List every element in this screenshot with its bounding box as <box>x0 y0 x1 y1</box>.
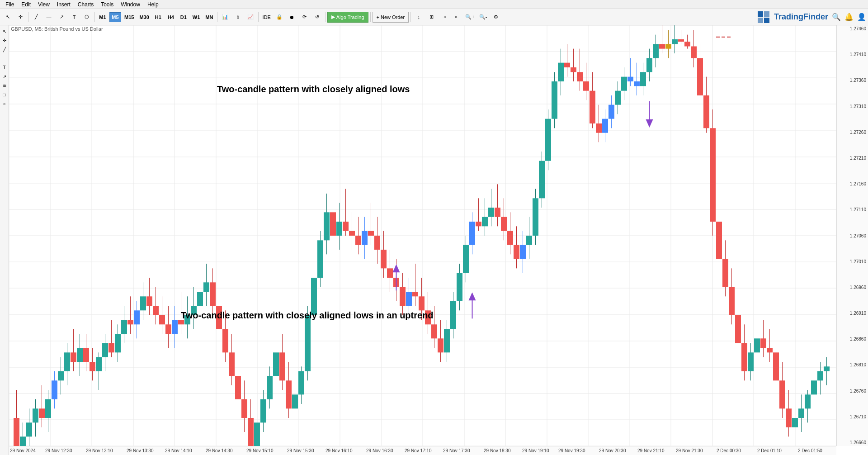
chart-type-line[interactable]: 📈 <box>245 11 256 23</box>
hline-tool[interactable]: — <box>43 11 55 23</box>
svg-rect-1 <box>764 11 769 17</box>
side-text[interactable]: T <box>0 63 9 71</box>
lock-tool[interactable]: 🔒 <box>274 11 285 23</box>
depth-tool[interactable]: ↕ <box>413 11 425 23</box>
time-15: 29 Nov 20:30 <box>599 448 626 453</box>
tf-m15[interactable]: M15 <box>122 12 136 22</box>
price-label-0: 1.27460 <box>838 26 867 31</box>
svg-rect-0 <box>758 11 763 17</box>
zoom-in[interactable]: 🔍+ <box>463 11 476 23</box>
price-label-4: 1.27260 <box>838 130 867 135</box>
cursor-tool[interactable]: ↖ <box>2 11 14 23</box>
time-3: 29 Nov 13:30 <box>127 448 154 453</box>
side-crosshair[interactable]: ✛ <box>0 36 9 44</box>
time-11: 29 Nov 17:30 <box>443 448 470 453</box>
time-12: 29 Nov 18:30 <box>484 448 511 453</box>
price-label-9: 1.27010 <box>838 259 867 264</box>
zoom-out[interactable]: 🔍- <box>477 11 489 23</box>
chart-type-bar[interactable]: 📊 <box>219 11 231 23</box>
new-order-label: New Order <box>381 14 405 20</box>
chart-type-candle[interactable]: 🕯 <box>232 11 244 23</box>
menu-help[interactable]: Help <box>144 1 162 8</box>
side-fib[interactable]: ≋ <box>0 81 9 90</box>
time-17: 29 Nov 21:30 <box>676 448 703 453</box>
tf-m5[interactable]: M5 <box>109 12 121 22</box>
crosshair-tool[interactable]: ✛ <box>14 11 26 23</box>
chart-area: GBPUSD, M5: British Pound vs US Dollar T… <box>9 25 868 455</box>
side-ellipse[interactable]: ○ <box>0 100 9 108</box>
tf-d1[interactable]: D1 <box>178 12 189 22</box>
order-icon: + <box>377 14 379 20</box>
menu-edit[interactable]: Edit <box>18 1 34 8</box>
copy-tool[interactable]: ⟳ <box>299 11 311 23</box>
tf-logo-text: TradingFinder <box>774 12 828 22</box>
time-axis: 29 Nov 2024 29 Nov 12:30 29 Nov 13:10 29… <box>9 446 836 455</box>
chart-symbol-info: GBPUSD, M5: British Pound vs US Dollar <box>11 26 103 32</box>
text-tool[interactable]: T <box>68 11 80 23</box>
time-2: 29 Nov 13:10 <box>86 448 113 453</box>
line-tool[interactable]: ╱ <box>30 11 42 23</box>
time-10: 29 Nov 17:10 <box>405 448 432 453</box>
refresh-tool[interactable]: ↺ <box>311 11 323 23</box>
menu-file[interactable]: File <box>2 1 18 8</box>
menu-window[interactable]: Window <box>117 1 144 8</box>
sep7 <box>410 12 411 22</box>
sep5 <box>325 12 326 22</box>
side-toolbar: ↖ ✛ ╱ — T ↗ ≋ □ ○ <box>0 25 9 455</box>
svg-rect-2 <box>758 18 763 23</box>
record-tool[interactable]: ⏺ <box>286 11 298 23</box>
time-18: 2 Dec 00:30 <box>717 448 741 453</box>
chart-canvas <box>9 25 836 446</box>
price-label-8: 1.27060 <box>838 233 867 238</box>
side-cursor[interactable]: ↖ <box>0 27 9 35</box>
tf-account-icon[interactable]: 👤 <box>857 13 866 21</box>
tf-m1[interactable]: M1 <box>97 12 108 22</box>
side-arrow[interactable]: ↗ <box>0 72 9 81</box>
arrow-tool[interactable]: ↗ <box>56 11 67 23</box>
indicator-tool[interactable]: IDE <box>260 11 272 23</box>
tf-h1[interactable]: H1 <box>152 12 164 22</box>
menu-insert[interactable]: Insert <box>53 1 74 8</box>
price-label-10: 1.26960 <box>838 285 867 290</box>
menu-tools[interactable]: Tools <box>97 1 117 8</box>
price-axis: 1.27460 1.27410 1.27360 1.27310 1.27260 … <box>836 25 868 446</box>
svg-rect-3 <box>764 18 769 23</box>
price-label-16: 1.26660 <box>838 440 867 445</box>
time-4: 29 Nov 14:10 <box>165 448 192 453</box>
sep2 <box>94 12 95 22</box>
play-icon: ▶ <box>331 14 335 20</box>
chart-shift[interactable]: ⇥ <box>438 11 450 23</box>
chart-canvas-wrap[interactable]: Two-candle pattern with closely aligned … <box>9 25 836 446</box>
price-label-1: 1.27410 <box>838 52 867 57</box>
new-order-button[interactable]: + New Order <box>373 12 409 23</box>
menu-charts[interactable]: Charts <box>74 1 97 8</box>
tf-logo-icon <box>757 10 770 24</box>
sep4 <box>258 12 259 22</box>
price-label-2: 1.27360 <box>838 78 867 83</box>
side-hline[interactable]: — <box>0 54 9 62</box>
toolbar: ↖ ✛ ╱ — ↗ T ⬡ M1 M5 M15 M30 H1 H4 D1 W1 … <box>0 9 868 25</box>
price-label-7: 1.27110 <box>838 207 867 212</box>
tf-h4[interactable]: H4 <box>165 12 177 22</box>
tf-w1[interactable]: W1 <box>190 12 203 22</box>
time-19: 2 Dec 01:10 <box>757 448 782 453</box>
menu-bar: File Edit View Insert Charts Tools Windo… <box>0 0 868 9</box>
grid-view-btn[interactable]: ⊞ <box>425 11 437 23</box>
time-16: 29 Nov 21:10 <box>637 448 665 453</box>
tf-m30[interactable]: M30 <box>137 12 151 22</box>
time-9: 29 Nov 16:30 <box>366 448 393 453</box>
shapes-tool[interactable]: ⬡ <box>81 11 93 23</box>
price-label-6: 1.27160 <box>838 181 867 186</box>
side-line[interactable]: ╱ <box>0 45 9 53</box>
autoscroll[interactable]: ⇤ <box>451 11 462 23</box>
properties[interactable]: ⚙ <box>490 11 502 23</box>
sep1 <box>28 12 28 22</box>
tf-notification-icon[interactable]: 🔔 <box>844 13 854 21</box>
tf-search-icon[interactable]: 🔍 <box>832 13 841 21</box>
algo-trading-button[interactable]: ▶ Algo Trading <box>327 12 368 23</box>
side-rect[interactable]: □ <box>0 90 9 99</box>
tf-mn[interactable]: MN <box>203 12 215 22</box>
menu-view[interactable]: View <box>34 1 53 8</box>
time-13: 29 Nov 19:10 <box>522 448 549 453</box>
price-label-12: 1.26860 <box>838 337 867 341</box>
